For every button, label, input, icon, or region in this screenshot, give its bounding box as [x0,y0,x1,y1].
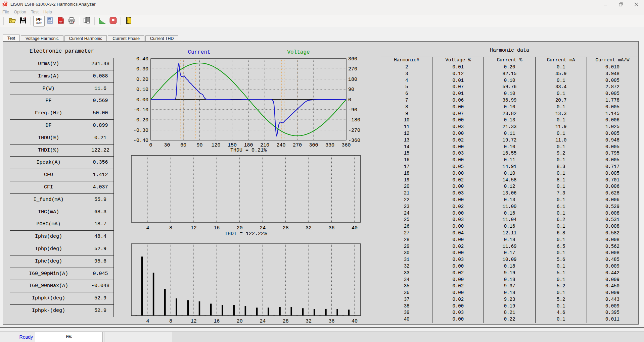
harmonic-cell: 0.005 [587,170,638,177]
harmonic-cell: 0.05 [432,164,484,170]
exit-button[interactable] [124,16,134,26]
harmonic-row: 280.000.180.10.008 [381,237,638,243]
harmonic-cell: 0.1 [536,290,587,296]
current-harmonic-chart-x-tick: 36 [329,319,335,324]
harmonic-cell: 13.06 [484,190,535,197]
stop-record-button[interactable] [108,16,118,26]
harmonic-cell: 33 [381,270,432,277]
harmonic-cell: 0.11 [484,130,535,137]
close-button[interactable] [629,0,644,9]
current-harmonic-chart-x-tick: 16 [214,319,220,324]
waveform-x-tick: 270 [293,142,302,148]
status-ready-text: Ready [0,332,33,342]
harmonic-cell: 0.1 [536,91,587,97]
waveform-x-tick: 30 [164,142,170,148]
menu-help[interactable]: Help [41,9,54,14]
harmonic-cell: 0.562 [587,243,638,250]
menu-test[interactable]: Test [29,9,41,14]
harmonic-cell: 0.12 [432,71,484,77]
harmonic-cell: 0.00 [432,197,484,204]
harmonic-cell: 4 [381,77,432,84]
tab-current-thd[interactable]: Current THD [145,35,179,42]
harmonic-cell: 59.76 [484,84,535,91]
print-button[interactable] [66,16,77,26]
harmonic-cell: 12.11 [484,230,535,237]
harmonic-cell: 39 [381,309,432,316]
harmonic-cell: 25 [381,217,432,223]
harmonic-cell: 19 [381,177,432,184]
harmonic-cell: 36.99 [484,97,535,104]
harmonic-row: 130.0219.7211.00.948 [381,137,638,144]
current-harmonic-chart-x-tick: 8 [169,319,172,324]
copy-button[interactable] [82,16,92,26]
current-harmonic-chart-bar [268,307,269,316]
harmonic-cell: 0.948 [587,137,638,144]
harmonic-cell: 0.03 [432,217,484,223]
harmonic-cell: 0.13 [484,117,535,124]
harmonic-cell: 0.19 [484,303,535,310]
harmonic-cell: 0.03 [432,150,484,157]
harmonic-cell: 9.2 [536,150,587,157]
harmonic-cell: 2.872 [587,84,638,91]
harmonic-cell: 0.795 [587,150,638,157]
harmonic-cell: 0.1 [536,170,587,177]
harmonic-cell: 0.1 [536,263,587,270]
current-harmonic-chart-x-tick: 40 [352,319,358,324]
open-button[interactable] [7,16,17,26]
report-button[interactable] [45,16,55,26]
harmonic-cell: 0.00 [432,130,484,137]
pf-max-button[interactable]: PFmax [33,16,45,26]
waveform-right-y-tick: -360 [348,138,360,144]
harmonic-cell: 0.00 [432,303,484,310]
export-pdf-button[interactable]: PDF [56,16,66,26]
toolbar-grip [3,17,5,25]
progress-indicator: 0% [35,332,103,342]
harmonic-cell: 31 [381,256,432,263]
harmonic-cell: 0.11 [484,157,535,164]
tab-current-phase[interactable]: Current Phase [108,35,144,42]
harmonic-cell: 0.485 [587,256,638,263]
current-harmonic-chart-x-tick: 20 [237,319,243,324]
harmonic-row: 310.0310.095.60.485 [381,256,638,263]
toolbar: PFmaxPDF [0,15,644,27]
harmonic-row: 330.029.195.10.442 [381,270,638,277]
toolbar-separator [121,17,121,25]
harmonic-chart-button[interactable] [97,16,107,26]
harmonic-cell: 0.008 [587,210,638,217]
harmonic-cell: 0.02 [432,283,484,290]
save-button[interactable] [18,16,28,26]
harmonic-cell: 0.1 [536,117,587,124]
harmonic-cell: 0.00 [432,277,484,283]
harmonic-row: 30.1282.1545.93.948 [381,71,638,77]
harmonic-cell: 8.21 [484,309,535,316]
harmonic-cell: 20.7 [536,97,587,104]
harmonic-cell: 24 [381,210,432,217]
menu-option[interactable]: Option [11,9,29,14]
copy-pages-icon [83,16,91,26]
harmonic-column-header: Current-% [484,57,535,64]
pf-max-label: PF [36,17,42,21]
tab-current-harmonic[interactable]: Current Harmonic [64,35,107,42]
voltage-harmonic-chart-x-tick: 32 [306,225,312,231]
current-series-label: Current [188,49,210,55]
harmonic-row: 170.0514.918.30.717 [381,164,638,170]
harmonic-cell: 5.2 [536,283,587,290]
harmonic-cell: 0.07 [432,84,484,91]
harmonic-row: 80.000.100.10.005 [381,104,638,111]
current-harmonic-chart-x-tick: 32 [306,319,312,324]
harmonic-row: 110.0321.3311.91.025 [381,124,638,130]
harmonic-cell: 11.9 [536,124,587,130]
harmonic-cell: 0.1 [536,64,587,71]
tab-voltage-harmonic[interactable]: Voltage Harmonic [21,35,63,42]
harmonic-cell: 10.09 [484,256,535,263]
waveform-x-tick: 240 [276,142,285,148]
voltage-harmonic-chart-x-tick: 16 [214,225,220,231]
harmonic-cell: 0.01 [432,64,484,71]
tab-test[interactable]: Test [3,35,20,42]
voltage-harmonic-chart-x-tick: 28 [283,225,289,231]
restore-button[interactable] [613,0,629,9]
menu-file[interactable]: File [0,9,11,14]
harmonic-cell: 16 [381,157,432,164]
waveform-left-y-tick: 0.30 [136,66,148,72]
minimize-button[interactable] [598,0,613,9]
